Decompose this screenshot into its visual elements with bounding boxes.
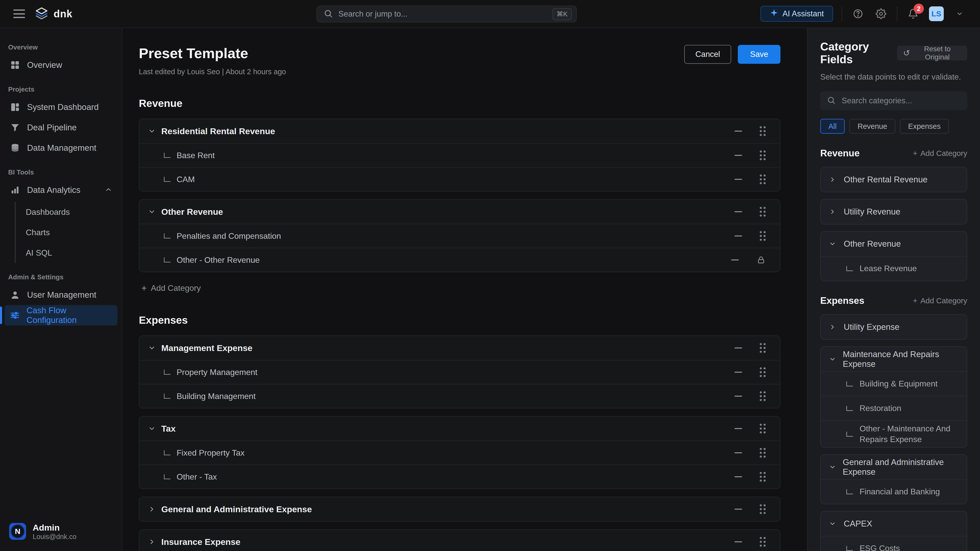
subcategory-row-cam[interactable]: CAM	[139, 167, 780, 191]
global-search[interactable]: ⌘K	[317, 6, 577, 22]
drag-handle[interactable]	[760, 448, 765, 457]
subcategory-row-other-tax[interactable]: Other - Tax	[139, 465, 780, 489]
drag-handle[interactable]	[760, 424, 765, 433]
drag-handle[interactable]	[760, 343, 765, 353]
panel-category-row-other-rental-revenue[interactable]: Other Rental Revenue	[821, 167, 967, 192]
chevron-right-icon[interactable]	[148, 505, 157, 513]
sidebar-user[interactable]: N Admin Louis@dnk.co	[5, 514, 118, 551]
panel-subcategory-row-other-maintenance-and-repairs-expense[interactable]: Other - Maintenance And Repairs Expense	[821, 421, 967, 447]
sidebar-item-user-management[interactable]: User Management	[5, 285, 118, 305]
sidebar-item-data-analytics[interactable]: Data Analytics	[5, 180, 118, 200]
category-row-general-and-administrative-expense[interactable]: General and Administrative Expense	[139, 497, 780, 521]
chevron-down-icon[interactable]	[148, 344, 157, 352]
remove-category-button[interactable]	[733, 206, 744, 218]
sidebar-item-data-management[interactable]: Data Management	[5, 138, 118, 158]
user-avatar[interactable]: LS	[929, 6, 944, 21]
chevron-down-icon[interactable]	[829, 240, 837, 248]
sidebar-subitem-dashboards[interactable]: Dashboards	[24, 202, 118, 222]
subcategory-row-building-management[interactable]: Building Management	[139, 384, 780, 408]
drag-handle[interactable]	[760, 151, 765, 160]
reset-to-original-button[interactable]: ↺ Reset to Original	[897, 46, 967, 60]
category-row-management-expense[interactable]: Management Expense	[139, 336, 780, 360]
sidebar-subitem-charts[interactable]: Charts	[24, 222, 118, 243]
brand[interactable]: dnk	[35, 7, 73, 21]
add-category-button[interactable]: +Add Category	[142, 283, 201, 293]
remove-category-button[interactable]	[733, 174, 744, 185]
remove-category-button[interactable]	[733, 391, 744, 402]
panel-subcategory-row-restoration[interactable]: Restoration	[821, 396, 967, 421]
chevron-down-icon[interactable]	[148, 127, 157, 135]
sidebar-item-system-dashboard[interactable]: System Dashboard	[5, 97, 118, 118]
settings-gear-button[interactable]	[874, 6, 888, 21]
drag-handle[interactable]	[760, 367, 765, 377]
remove-category-button[interactable]	[733, 471, 744, 483]
remove-category-button[interactable]	[733, 125, 744, 137]
remove-category-button[interactable]	[733, 342, 744, 354]
chevron-right-icon[interactable]	[829, 324, 837, 330]
drag-handle[interactable]	[760, 175, 765, 184]
account-chevron-down-icon[interactable]	[953, 6, 967, 21]
chevron-up-icon[interactable]	[105, 186, 112, 194]
cancel-button[interactable]: Cancel	[684, 45, 732, 64]
panel-category-row-capex[interactable]: CAPEX	[821, 511, 967, 536]
panel-add-category-button[interactable]: +Add Category	[913, 149, 967, 158]
chevron-down-icon[interactable]	[829, 464, 836, 471]
drag-handle[interactable]	[760, 504, 765, 514]
panel-subcategory-row-lease-revenue[interactable]: Lease Revenue	[821, 256, 967, 281]
panel-category-row-other-revenue[interactable]: Other Revenue	[821, 232, 967, 256]
subcategory-row-penalties-and-compensation[interactable]: Penalties and Compensation	[139, 224, 780, 248]
sidebar-item-cash-flow-configuration[interactable]: Cash Flow Configuration	[5, 305, 118, 326]
notifications-bell-button[interactable]: 2	[906, 6, 920, 21]
remove-category-button[interactable]	[733, 447, 744, 458]
panel-category-row-utility-revenue[interactable]: Utility Revenue	[821, 200, 967, 224]
remove-category-button[interactable]	[733, 150, 744, 161]
sidebar-subitem-ai-sql[interactable]: AI SQL	[24, 243, 118, 263]
category-row-other-revenue[interactable]: Other Revenue	[139, 200, 780, 224]
panel-add-category-button[interactable]: +Add Category	[913, 297, 967, 305]
remove-category-button[interactable]	[733, 423, 744, 434]
drag-handle[interactable]	[760, 126, 765, 136]
drag-handle[interactable]	[760, 207, 765, 217]
help-button[interactable]	[851, 6, 865, 21]
remove-category-button[interactable]	[733, 230, 744, 241]
panel-category-row-maintenance-and-repairs-expense[interactable]: Maintenance And Repairs Expense	[821, 347, 967, 372]
sidebar-item-deal-pipeline[interactable]: Deal Pipeline	[5, 118, 118, 138]
chevron-down-icon[interactable]	[148, 208, 157, 216]
filter-pill-all[interactable]: All	[820, 119, 845, 134]
chevron-down-icon[interactable]	[829, 356, 836, 363]
category-search[interactable]	[820, 91, 967, 110]
drag-handle[interactable]	[760, 231, 765, 241]
ai-assistant-button[interactable]: AI Assistant	[760, 6, 833, 22]
save-button[interactable]: Save	[738, 45, 780, 64]
category-row-residential-rental-revenue[interactable]: Residential Rental Revenue	[139, 119, 780, 143]
filter-pill-expenses[interactable]: Expenses	[900, 119, 948, 134]
category-search-input[interactable]	[841, 96, 961, 106]
chevron-right-icon[interactable]	[829, 208, 837, 215]
subcategory-row-property-management[interactable]: Property Management	[139, 360, 780, 384]
subcategory-row-fixed-property-tax[interactable]: Fixed Property Tax	[139, 441, 780, 465]
subcategory-row-base-rent[interactable]: Base Rent	[139, 143, 780, 167]
chevron-down-icon[interactable]	[829, 520, 837, 527]
remove-category-button[interactable]	[733, 536, 744, 548]
category-row-tax[interactable]: Tax	[139, 416, 780, 441]
drag-handle[interactable]	[760, 391, 765, 401]
chevron-down-icon[interactable]	[148, 425, 157, 432]
global-search-input[interactable]	[338, 9, 552, 19]
sidebar-item-overview[interactable]: Overview	[5, 55, 118, 75]
panel-subcategory-row-financial-and-banking[interactable]: Financial and Banking	[821, 479, 967, 504]
panel-subcategory-row-building-equipment[interactable]: Building & Equipment	[821, 372, 967, 396]
subcategory-row-other-other-revenue[interactable]: Other - Other Revenue	[139, 248, 780, 272]
panel-category-row-utility-expense[interactable]: Utility Expense	[821, 315, 967, 339]
drag-handle[interactable]	[760, 472, 765, 482]
chevron-right-icon[interactable]	[829, 176, 837, 183]
filter-pill-revenue[interactable]: Revenue	[850, 119, 895, 134]
drag-handle[interactable]	[760, 537, 765, 547]
panel-category-row-general-and-administrative-expense[interactable]: General and Administrative Expense	[821, 455, 967, 479]
remove-category-button[interactable]	[729, 254, 741, 265]
remove-category-button[interactable]	[733, 367, 744, 378]
remove-category-button[interactable]	[733, 503, 744, 515]
chevron-right-icon[interactable]	[148, 538, 157, 546]
category-row-insurance-expense[interactable]: Insurance Expense	[139, 530, 780, 551]
panel-subcategory-row-esg-costs[interactable]: ESG Costs	[821, 536, 967, 551]
hamburger-menu-icon[interactable]	[13, 10, 25, 18]
